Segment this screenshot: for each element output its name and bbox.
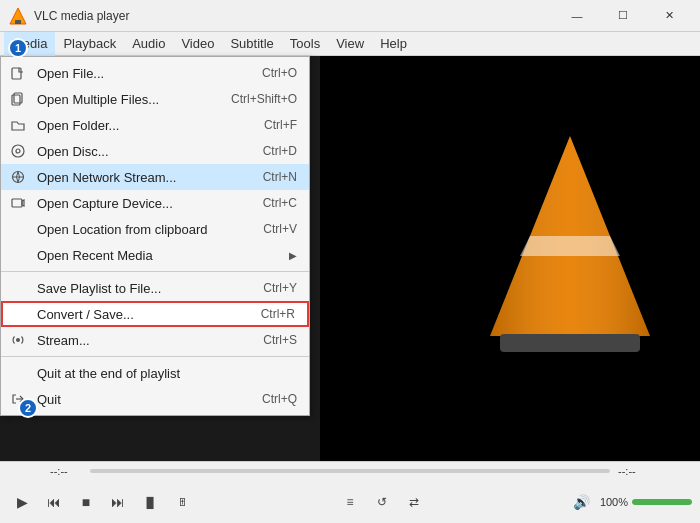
volume-icon-button[interactable]: 🔊 (568, 488, 596, 516)
quit-label: Quit (37, 392, 242, 407)
menu-save-playlist[interactable]: Save Playlist to File... Ctrl+Y (1, 275, 309, 301)
open-network-label: Open Network Stream... (37, 170, 243, 185)
play-button[interactable]: ▶ (8, 488, 36, 516)
menu-open-disc[interactable]: Open Disc... Ctrl+D (1, 138, 309, 164)
open-disc-label: Open Disc... (37, 144, 243, 159)
convert-save-label: Convert / Save... (37, 307, 241, 322)
app-title: VLC media player (34, 9, 554, 23)
menu-open-folder[interactable]: Open Folder... Ctrl+F (1, 112, 309, 138)
menu-quit[interactable]: Quit Ctrl+Q (1, 386, 309, 412)
close-button[interactable]: ✕ (646, 0, 692, 32)
equalizer-button[interactable]: 🎚 (168, 488, 196, 516)
menu-open-recent[interactable]: Open Recent Media ▶ (1, 242, 309, 268)
open-network-shortcut: Ctrl+N (263, 170, 297, 184)
minimize-button[interactable]: — (554, 0, 600, 32)
open-file-shortcut: Ctrl+O (262, 66, 297, 80)
open-folder-shortcut: Ctrl+F (264, 118, 297, 132)
menu-open-multiple[interactable]: Open Multiple Files... Ctrl+Shift+O (1, 86, 309, 112)
quit-end-icon (9, 364, 27, 382)
time-total: --:-- (618, 465, 650, 477)
time-elapsed: --:-- (50, 465, 82, 477)
open-location-label: Open Location from clipboard (37, 222, 243, 237)
progress-bar[interactable] (90, 469, 610, 473)
progress-area: --:-- --:-- (0, 462, 700, 480)
svg-rect-1 (15, 20, 21, 24)
volume-fill (632, 499, 692, 505)
menu-view[interactable]: View (328, 32, 372, 56)
shuffle-button[interactable]: ⇄ (400, 488, 428, 516)
volume-bar[interactable] (632, 499, 692, 505)
controls-row: ▶ ⏮ ■ ⏭ ▐▌ 🎚 ≡ ↺ ⇄ 🔊 100% (0, 480, 700, 523)
svg-rect-16 (500, 334, 640, 352)
menu-open-location[interactable]: Open Location from clipboard Ctrl+V (1, 216, 309, 242)
app-icon (8, 6, 28, 26)
stream-icon (9, 331, 27, 349)
open-folder-icon (9, 116, 27, 134)
open-multiple-icon (9, 90, 27, 108)
open-recent-icon (9, 246, 27, 264)
next-button[interactable]: ⏭ (104, 488, 132, 516)
open-file-icon (9, 64, 27, 82)
open-file-label: Open File... (37, 66, 242, 81)
open-disc-shortcut: Ctrl+D (263, 144, 297, 158)
titlebar: VLC media player — ☐ ✕ (0, 0, 700, 32)
playlist-button[interactable]: ≡ (336, 488, 364, 516)
open-capture-shortcut: Ctrl+C (263, 196, 297, 210)
menu-audio[interactable]: Audio (124, 32, 173, 56)
badge-2: 2 (18, 398, 38, 418)
menu-open-capture[interactable]: Open Capture Device... Ctrl+C (1, 190, 309, 216)
save-playlist-shortcut: Ctrl+Y (263, 281, 297, 295)
vlc-cone-svg (470, 116, 670, 366)
maximize-button[interactable]: ☐ (600, 0, 646, 32)
frame-prev-button[interactable]: ▐▌ (136, 488, 164, 516)
svg-point-6 (16, 149, 20, 153)
dropdown-menu-panel: Open File... Ctrl+O Open Multiple Files.… (0, 56, 310, 416)
menu-help[interactable]: Help (372, 32, 415, 56)
menu-video[interactable]: Video (173, 32, 222, 56)
svg-rect-9 (12, 199, 22, 207)
menu-open-file[interactable]: Open File... Ctrl+O (1, 60, 309, 86)
quit-end-label: Quit at the end of playlist (37, 366, 277, 381)
menu-playback[interactable]: Playback (55, 32, 124, 56)
open-multiple-shortcut: Ctrl+Shift+O (231, 92, 297, 106)
separator-1 (1, 271, 309, 272)
window-controls: — ☐ ✕ (554, 0, 692, 32)
menu-open-network[interactable]: Open Network Stream... Ctrl+N (1, 164, 309, 190)
open-folder-label: Open Folder... (37, 118, 244, 133)
svg-point-5 (12, 145, 24, 157)
prev-button[interactable]: ⏮ (40, 488, 68, 516)
menu-convert-save[interactable]: Convert / Save... Ctrl+R (1, 301, 309, 327)
stream-shortcut: Ctrl+S (263, 333, 297, 347)
quit-shortcut: Ctrl+Q (262, 392, 297, 406)
volume-label: 100% (600, 496, 628, 508)
open-capture-icon (9, 194, 27, 212)
media-dropdown: Open File... Ctrl+O Open Multiple Files.… (0, 56, 310, 416)
svg-point-11 (16, 338, 20, 342)
volume-area: 🔊 100% (568, 488, 692, 516)
loop-button[interactable]: ↺ (368, 488, 396, 516)
stream-label: Stream... (37, 333, 243, 348)
separator-2 (1, 356, 309, 357)
open-location-icon (9, 220, 27, 238)
open-network-icon (9, 168, 27, 186)
menu-tools[interactable]: Tools (282, 32, 328, 56)
open-capture-label: Open Capture Device... (37, 196, 243, 211)
svg-rect-2 (12, 68, 21, 79)
menu-quit-end[interactable]: Quit at the end of playlist (1, 360, 309, 386)
menu-subtitle[interactable]: Subtitle (222, 32, 281, 56)
menu-stream[interactable]: Stream... Ctrl+S (1, 327, 309, 353)
save-playlist-label: Save Playlist to File... (37, 281, 243, 296)
menubar: Media Playback Audio Video Subtitle Tool… (0, 32, 700, 56)
open-location-shortcut: Ctrl+V (263, 222, 297, 236)
svg-marker-10 (22, 200, 24, 206)
save-playlist-icon (9, 279, 27, 297)
bottom-controls: --:-- --:-- ▶ ⏮ ■ ⏭ ▐▌ 🎚 ≡ ↺ ⇄ 🔊 100% (0, 461, 700, 523)
convert-save-icon (11, 305, 29, 323)
open-recent-label: Open Recent Media (37, 248, 269, 263)
badge-1: 1 (8, 38, 28, 58)
stop-button[interactable]: ■ (72, 488, 100, 516)
video-area (320, 56, 700, 461)
open-disc-icon (9, 142, 27, 160)
convert-save-shortcut: Ctrl+R (261, 307, 295, 321)
svg-marker-15 (520, 236, 620, 256)
